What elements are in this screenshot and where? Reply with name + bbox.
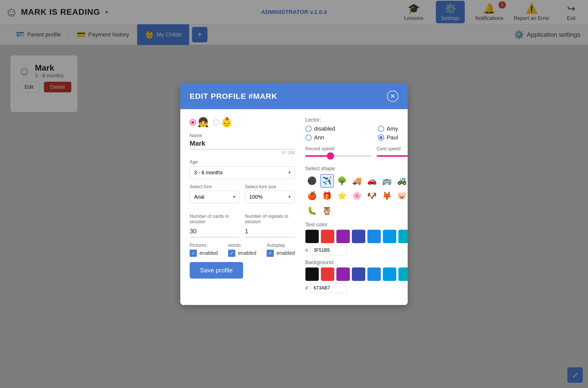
bg-color-blue[interactable] [367,267,381,281]
lector-disabled-label: disabled [314,125,335,132]
pictures-checkbox-row[interactable]: ✓ enabled [190,250,218,257]
name-value: Mark [190,139,295,147]
repeats-input[interactable] [245,226,295,237]
modal-close-button[interactable]: ✕ [387,91,398,102]
avatar-row: 👧 👶 [190,117,295,128]
shape-fox[interactable]: 🦊 [380,189,394,203]
font-label: Select font [190,184,240,190]
autoplay-label: Autoplay [267,243,295,248]
text-color-red[interactable] [321,230,334,243]
autoplay-checkmark: ✓ [268,250,272,256]
shape-owl[interactable]: 🦉 [320,204,334,218]
left-panel: 👧 👶 Name Mark 4 / 256 Age 3 - 6 months [190,117,295,297]
lector-disabled-radio [305,126,312,132]
words-checkmark: ✓ [230,250,234,256]
text-color-row [305,230,408,243]
shape-star[interactable]: ⭐ [335,189,349,203]
lector-amy-label: Amy [387,125,398,132]
edit-profile-modal: EDIT PROFILE #MARK ✕ 👧 👶 [180,83,408,305]
shape-tractor[interactable]: 🚜 [395,174,408,188]
text-color-cyan[interactable] [398,230,408,243]
bg-color-black[interactable] [305,267,319,281]
words-checkbox[interactable]: ✓ [228,250,235,257]
text-color-indigo[interactable] [352,230,365,243]
age-select-arrow-icon: ▾ [288,170,291,175]
shape-bug[interactable]: 🐛 [305,204,319,218]
font-select[interactable]: Arial ▾ [190,191,240,203]
shape-tree[interactable]: 🌳 [335,174,349,188]
lector-paul-radio-dot [380,136,383,139]
avatar-face-1: 👧 [197,117,209,128]
bg-color-purple[interactable] [336,267,350,281]
record-speed-col: Record speed [305,146,372,160]
autoplay-toggle-label: enabled [276,250,295,256]
text-color-purple[interactable] [336,230,350,243]
bg-color-light-blue[interactable] [383,267,396,281]
words-checkbox-row[interactable]: ✓ enabled [228,250,256,257]
text-color-blue[interactable] [367,230,381,243]
shape-bus[interactable]: 🚌 [380,174,394,188]
modal-overlay: EDIT PROFILE #MARK ✕ 👧 👶 [0,0,588,388]
bg-color-row [305,267,408,281]
age-select[interactable]: 3 - 6 months ▾ [190,166,295,179]
avatar-option-2[interactable]: 👶 [213,117,233,128]
shape-pig[interactable]: 🐷 [395,189,408,203]
words-toggle-group: words: ✓ enabled [228,243,256,257]
repeats-label: Number of repeats in session [245,214,295,225]
cards-input[interactable] [190,226,240,237]
shape-gift[interactable]: 🎁 [320,189,334,203]
autoplay-checkbox[interactable]: ✓ [267,250,274,257]
cards-row: Number of cards in session Number of rep… [190,214,295,237]
bg-color-hash: # [305,285,308,291]
lector-paul[interactable]: Paul [378,134,408,141]
repeats-col: Number of repeats in session [245,214,295,237]
speed-row: Record speed Card speed [305,146,408,160]
words-label: words: [228,243,256,248]
words-toggle-label: enabled [238,250,256,256]
text-color-hex-input[interactable] [310,245,346,255]
lector-disabled[interactable]: disabled [305,125,370,132]
font-size-col: Select font size 100% ▾ [245,184,295,208]
autoplay-checkbox-row[interactable]: ✓ enabled [267,250,295,257]
font-size-label: Select font size [245,184,295,190]
bg-color-hex-input[interactable] [310,283,346,293]
shape-truck[interactable]: 🚚 [350,174,364,188]
text-color-light-blue[interactable] [383,230,396,243]
card-speed-label: Card speed [377,146,408,152]
record-speed-thumb[interactable] [327,152,334,160]
shape-car[interactable]: 🚗 [365,174,379,188]
lector-label: Lector: [305,117,408,123]
autoplay-toggle-group: Autoplay ✓ enabled [267,243,295,257]
shape-circle[interactable]: ⚫ [305,174,319,188]
shape-flower[interactable]: 🌸 [350,189,364,203]
lector-amy[interactable]: Amy [378,125,408,132]
bg-color-red[interactable] [321,267,334,281]
shape-dog[interactable]: 🐶 [365,189,379,203]
avatar-option-1[interactable]: 👧 [190,117,209,128]
lector-grid: disabled Amy Ann Paul [305,125,408,141]
name-label: Name [190,133,295,138]
font-size-select-value: 100% [249,194,262,200]
font-select-arrow-icon: ▾ [233,194,235,200]
font-select-value: Arial [194,194,204,200]
lector-paul-radio [378,135,384,141]
card-speed-track [377,155,408,157]
modal-header: EDIT PROFILE #MARK ✕ [180,83,408,109]
toggles-row: Pictures: ✓ enabled words: ✓ enabled [190,243,295,257]
bg-color-section: Background: # [305,259,408,293]
pictures-checkbox[interactable]: ✓ [190,250,197,257]
text-color-black[interactable] [305,230,319,243]
bg-color-indigo[interactable] [352,267,365,281]
shape-apple[interactable]: 🍎 [305,189,319,203]
shape-airplane[interactable]: ✈️ [320,174,334,188]
shape-label: Select shape [305,166,408,171]
save-profile-button[interactable]: Save profile [190,262,243,279]
lector-ann[interactable]: Ann [305,134,370,141]
text-color-label: Text color: [305,222,408,228]
card-speed-col: Card speed [377,146,408,160]
font-size-select[interactable]: 100% ▾ [245,191,295,203]
avatar-face-2: 👶 [221,117,233,128]
avatar-radio-1 [190,119,196,125]
right-panel: Lector: disabled Amy Ann [305,117,408,297]
bg-color-cyan[interactable] [398,267,408,281]
